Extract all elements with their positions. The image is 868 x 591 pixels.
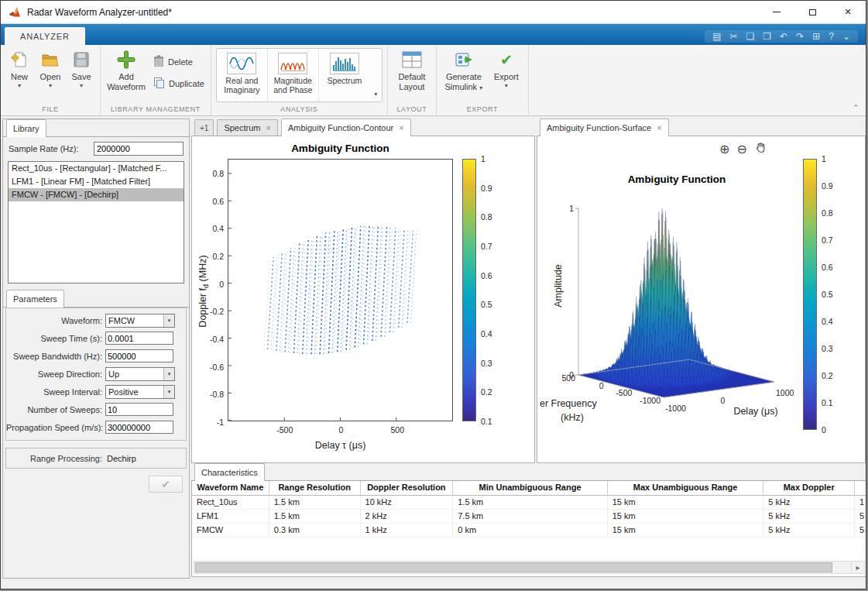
scroll-right-button[interactable]: ▸ [851,562,864,573]
open-button-label: Open [40,72,61,82]
cell: 5 kHz [763,496,855,509]
cut-icon[interactable]: ✂ [729,32,737,41]
generate-simulink-icon [454,50,474,70]
colorbar-tick-label: 0.4 [481,329,492,338]
spectrum-button[interactable]: Spectrum [319,49,370,101]
column-header[interactable]: Min Unambiguous Range [453,481,608,496]
colorbar-tick-label: 1 [822,154,826,163]
horizontal-scrollbar[interactable]: ▸ [194,561,865,574]
column-header[interactable]: Waveform Name [192,481,269,496]
chevron-down-icon: ▾ [479,84,482,91]
number-of-sweeps-field[interactable] [105,403,173,416]
sweep-direction-label: Sweep Direction: [6,369,105,379]
column-header[interactable]: Doppler Resolution [361,481,454,496]
range-processing-value: Dechirp [105,454,136,463]
spectrum-waveform-icon [330,53,359,74]
maximize-button[interactable] [794,1,830,24]
cell: LFM1 [192,510,269,523]
copy-icon[interactable]: ❏ [746,32,755,41]
window-layout-icon[interactable]: ⊞ [812,32,820,41]
tab-overflow-indicator[interactable]: +1 [194,119,214,136]
colorbar-tick-label: 0.9 [481,184,492,193]
waveform-library-list[interactable]: Rect_10us - [Rectangular] - [Matched F..… [8,161,184,283]
cell: 2 kHz [361,510,454,523]
sweep-time-field[interactable] [105,332,173,345]
new-document-icon [9,50,29,70]
undo-icon[interactable]: ↶ [780,32,787,41]
default-layout-button[interactable]: Default Layout [391,45,433,105]
tab-ambiguity-function-surface[interactable]: Ambiguity Function-Surface × [540,119,669,136]
close-icon: ✕ [844,7,851,17]
parameter-row: Propagation Speed (m/s): [6,418,186,436]
magnitude-and-phase-button[interactable]: Magnitude and Phase [268,49,319,101]
column-header[interactable]: Max Unambiguous Range [608,481,764,496]
sample-rate-label: Sample Rate (Hz): [9,144,78,153]
close-tab-icon[interactable]: × [266,124,270,132]
tab-library[interactable]: Library [6,119,46,137]
pan-hand-icon[interactable] [754,142,767,157]
export-button[interactable]: ✔ Export ▾ [488,45,525,105]
generate-simulink-button[interactable]: Generate Simulink ▾ [440,45,488,105]
analysis-button-group: Real and Imaginary Magnitude and Phase S… [216,48,383,102]
surface-axes[interactable]: Amplitude er Frequency (kHz) Delay (μs) … [549,191,789,423]
contour-axes[interactable]: Doppler fd (MHz) Delay τ (μs) 0.80.60.40… [228,159,453,421]
open-button[interactable]: Open ▾ [35,45,66,105]
expand-icon[interactable]: ⌄ [842,32,850,41]
surface-z-axis-label: Amplitude [553,232,564,340]
scrollbar-thumb[interactable] [195,562,832,572]
propagation-speed-field[interactable] [105,421,173,434]
minimize-button[interactable] [759,1,794,24]
tab-parameters[interactable]: Parameters [6,290,64,308]
table-row[interactable]: FMCW0.3 km1 kHz0 km15 km5 kHz5 [192,524,866,538]
column-header[interactable] [855,481,866,496]
tab-characteristics[interactable]: Characteristics [194,463,265,481]
tab-ambiguity-function-contour[interactable]: Ambiguity Function-Contour × [281,119,411,136]
close-tab-icon[interactable]: × [657,124,661,132]
add-waveform-button[interactable]: Add Waveform [104,45,149,105]
tab-spectrum[interactable]: Spectrum × [217,119,278,136]
sweep-direction-select[interactable]: Up▾ [105,367,175,381]
save-icon[interactable]: ▤ [712,32,721,41]
zoom-in-icon[interactable]: ⊕ [719,143,729,156]
combo-chevron-icon[interactable]: ▾ [163,368,174,380]
surface-z-tick-label: 0 [560,370,574,380]
library-item[interactable]: LFM1 - [Linear FM] - [Matched Filter] [9,175,184,188]
delete-button[interactable]: Delete [153,55,204,68]
paste-icon[interactable]: ❒ [763,32,771,41]
apply-check-icon: ✔ [161,478,170,490]
sweep-direction-value: Up [106,369,163,379]
ribbon-section-file: New ▾ Open ▾ Save ▾ FI [1,45,101,115]
real-and-imaginary-button[interactable]: Real and Imaginary [217,49,268,101]
analysis-gallery-dropdown[interactable]: ▾ [370,49,382,101]
surface-y-tick-label: -1000 [636,396,660,405]
colorbar-tick-label: 0.5 [822,290,833,299]
library-panel: Library Sample Rate (Hz): Rect_10us - [R… [2,119,190,579]
close-tab-icon[interactable]: × [399,124,403,132]
table-row[interactable]: Rect_10us1.5 km10 kHz1.5 km15 km5 kHz1 [192,496,866,510]
library-item[interactable]: FMCW - [FMCW] - [Dechirp] [9,188,184,201]
waveform-select[interactable]: FMCW▾ [105,314,175,328]
zoom-out-icon[interactable]: ⊖ [736,143,746,156]
x-tick-label: -500 [269,425,300,435]
library-item[interactable]: Rect_10us - [Rectangular] - [Matched F..… [9,162,184,175]
sweep-time-label: Sweep Time (s): [6,334,105,343]
help-icon[interactable]: ? [829,32,834,41]
sweep-interval-select[interactable]: Positive▾ [105,385,175,399]
colorbar-tick-label: 0.9 [822,181,833,191]
redo-icon[interactable]: ↷ [796,32,804,41]
combo-chevron-icon[interactable]: ▾ [163,386,174,398]
close-button[interactable]: ✕ [830,1,866,24]
duplicate-button[interactable]: Duplicate [153,77,204,90]
tab-analyzer[interactable]: ANALYZER [5,27,85,45]
combo-chevron-icon[interactable]: ▾ [163,314,174,327]
cell: 5 kHz [763,510,855,523]
table-row[interactable]: LFM11.5 km2 kHz7.5 km15 km5 kHz5 [192,510,866,524]
collapse-ribbon-icon[interactable]: ⌃ [853,103,859,113]
save-button[interactable]: Save ▾ [66,45,97,105]
new-button[interactable]: New ▾ [4,45,35,105]
column-header[interactable]: Max Doppler [763,481,855,496]
apply-button[interactable]: ✔ [149,476,183,493]
sample-rate-input[interactable] [94,142,184,156]
column-header[interactable]: Range Resolution [269,481,361,496]
sweep-bandwidth-field[interactable] [105,349,173,363]
